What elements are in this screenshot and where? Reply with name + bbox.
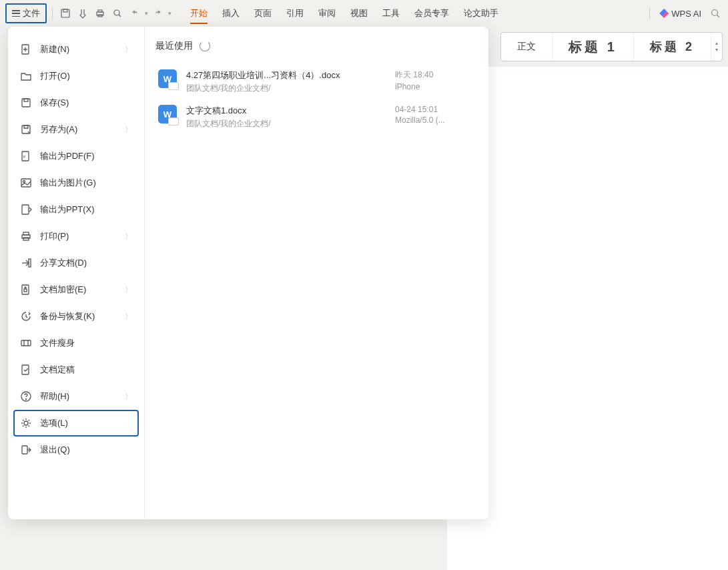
wps-ai-button[interactable]: WPS AI	[659, 9, 701, 19]
print-icon	[20, 230, 32, 242]
file-menu-item-0[interactable]: 新建(N) 〉	[13, 36, 139, 63]
exit-icon	[20, 444, 32, 456]
save-icon[interactable]	[58, 6, 73, 21]
style-heading-2[interactable]: 标题 2	[634, 33, 711, 61]
file-menu-item-4[interactable]: P 输出为PDF(F)	[13, 143, 139, 170]
recent-file-title: 4.27第四场职业培训...习资料（4）.docx	[186, 69, 386, 81]
chevron-right-icon: 〉	[125, 312, 132, 322]
file-menu-item-label: 帮助(H)	[40, 390, 69, 402]
svg-point-18	[23, 181, 25, 183]
redo-icon[interactable]	[151, 6, 165, 21]
tab-3[interactable]: 引用	[286, 0, 304, 27]
file-menu-item-6[interactable]: 输出为PPT(X)	[13, 196, 139, 223]
recent-file-item[interactable]: W 文字文稿1.docx 团队文档/我的企业文档/ 04-24 15:01 Mo…	[155, 99, 478, 135]
file-menu-item-2[interactable]: 保存(S)	[13, 89, 139, 116]
tab-0[interactable]: 开始	[190, 0, 208, 27]
file-menu-item-14[interactable]: 选项(L)	[13, 410, 139, 437]
file-menu-item-7[interactable]: 打印(P) 〉	[13, 223, 139, 250]
image-icon	[20, 177, 32, 189]
chevron-right-icon: 〉	[125, 232, 132, 242]
file-menu-label: 文件	[23, 7, 40, 19]
tab-5[interactable]: 视图	[350, 0, 368, 27]
svg-rect-0	[61, 9, 69, 17]
svg-rect-25	[24, 289, 27, 292]
undo-icon[interactable]	[127, 6, 142, 21]
print-icon[interactable]	[93, 6, 107, 21]
preview-icon[interactable]	[110, 6, 125, 21]
tab-7[interactable]: 会员专享	[414, 0, 449, 27]
chevron-right-icon: 〉	[125, 45, 132, 55]
file-menu-item-1[interactable]: 打开(O)	[13, 63, 139, 89]
file-menu-item-label: 分享文档(D)	[40, 257, 87, 269]
recent-file-date: 昨天 18:40	[395, 69, 475, 81]
svg-point-31	[26, 399, 27, 400]
file-menu-item-label: 打开(O)	[40, 70, 70, 82]
file-menu-item-8[interactable]: 分享文档(D)	[13, 250, 139, 276]
file-menu-item-label: 输出为PPT(X)	[40, 204, 95, 216]
search-icon[interactable]	[708, 6, 723, 21]
file-menu-item-label: 选项(L)	[40, 417, 68, 429]
svg-rect-3	[98, 10, 102, 12]
tab-2[interactable]: 页面	[254, 0, 272, 27]
touch-mode-icon[interactable]	[75, 6, 90, 21]
svg-rect-21	[23, 232, 29, 235]
svg-point-32	[24, 421, 28, 425]
file-menu-item-label: 文档定稿	[40, 364, 75, 376]
file-menu-item-label: 文件瘦身	[40, 337, 75, 349]
word-doc-icon: W	[158, 105, 177, 123]
tab-4[interactable]: 审阅	[318, 0, 336, 27]
file-menu-item-label: 打印(P)	[40, 230, 69, 242]
file-menu-item-12[interactable]: 文档定稿	[13, 356, 139, 383]
recent-file-item[interactable]: W 4.27第四场职业培训...习资料（4）.docx 团队文档/我的企业文档/…	[155, 64, 478, 99]
chevron-right-icon: 〉	[125, 125, 132, 135]
file-menu-item-label: 输出为PDF(F)	[40, 150, 95, 162]
file-menu-item-5[interactable]: 输出为图片(G)	[13, 170, 139, 196]
file-menu-item-label: 退出(Q)	[40, 444, 70, 456]
recent-file-path: 团队文档/我的企业文档/	[186, 83, 386, 94]
style-gallery: 正文 标题 1 标题 2 ▴▾	[500, 32, 723, 61]
help-icon	[20, 390, 32, 402]
share-icon	[20, 257, 32, 269]
document-page[interactable]	[447, 67, 728, 570]
style-heading-1[interactable]: 标题 1	[553, 33, 634, 61]
final-icon	[20, 364, 32, 376]
wps-ai-logo-icon	[659, 9, 669, 18]
word-doc-icon: W	[158, 69, 177, 88]
file-menu-button[interactable]: 文件	[5, 3, 47, 23]
main-toolbar: 文件 ▾ ▾ 开始插入页面引用审阅视图工具会员专享论文助手 WPS AI	[0, 0, 728, 27]
style-body[interactable]: 正文	[501, 33, 553, 61]
save-as-icon	[20, 123, 32, 135]
file-menu-item-10[interactable]: 备份与恢复(K) 〉	[13, 303, 139, 330]
file-dropdown-panel: 新建(N) 〉 打开(O) 保存(S) 另存为(A) 〉P 输出为PDF(F) …	[8, 27, 488, 519]
svg-line-8	[717, 15, 720, 18]
lock-icon	[20, 284, 32, 296]
svg-rect-22	[23, 238, 29, 240]
undo-dropdown-icon[interactable]: ▾	[145, 10, 148, 17]
style-gallery-expand[interactable]: ▴▾	[711, 33, 722, 61]
tab-8[interactable]: 论文助手	[464, 0, 498, 27]
file-menu-item-label: 新建(N)	[40, 43, 69, 55]
file-menu-item-3[interactable]: 另存为(A) 〉	[13, 116, 139, 143]
recent-file-date: 04-24 15:01	[395, 105, 475, 114]
file-menu-item-label: 另存为(A)	[40, 123, 77, 135]
file-menu-item-15[interactable]: 退出(Q)	[13, 437, 139, 463]
file-menu-item-11[interactable]: 文件瘦身	[13, 330, 139, 356]
recent-file-title: 文字文稿1.docx	[186, 105, 386, 117]
tab-1[interactable]: 插入	[222, 0, 240, 27]
svg-line-6	[119, 15, 121, 17]
file-menu-item-13[interactable]: 帮助(H) 〉	[13, 383, 139, 410]
file-menu-item-label: 备份与恢复(K)	[40, 310, 95, 322]
tab-6[interactable]: 工具	[382, 0, 400, 27]
recent-file-path: 团队文档/我的企业文档/	[186, 118, 386, 129]
backup-icon	[20, 310, 32, 322]
ribbon-tabs: 开始插入页面引用审阅视图工具会员专享论文助手	[190, 0, 498, 27]
svg-point-7	[712, 10, 718, 16]
redo-dropdown-icon[interactable]: ▾	[168, 10, 171, 17]
save-icon	[20, 97, 32, 109]
file-menu-item-label: 文档加密(E)	[40, 284, 86, 296]
separator	[649, 7, 650, 19]
file-menu-item-9[interactable]: 文档加密(E) 〉	[13, 276, 139, 303]
refresh-icon[interactable]	[200, 41, 210, 51]
svg-rect-19	[22, 205, 29, 214]
svg-text:P: P	[23, 155, 26, 159]
